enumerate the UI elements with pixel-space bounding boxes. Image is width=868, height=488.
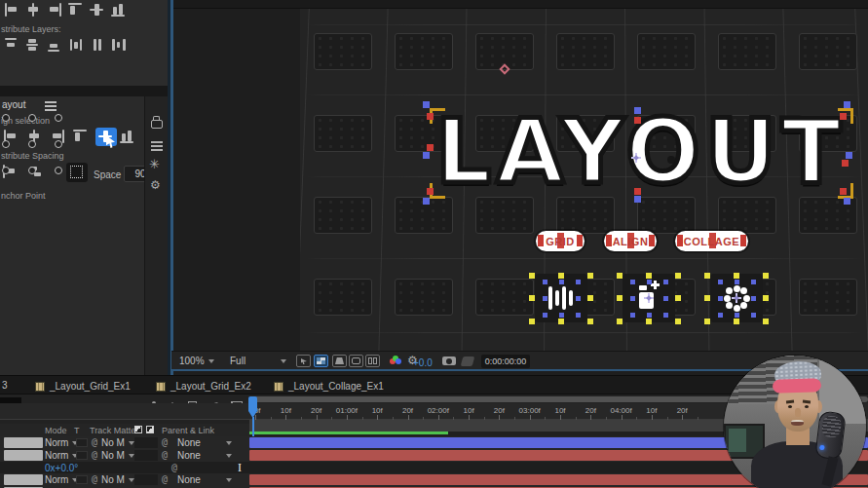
layer-name-selected[interactable] bbox=[4, 474, 43, 485]
anchor-point-radio[interactable] bbox=[55, 167, 62, 174]
viewer-icon[interactable] bbox=[332, 355, 347, 367]
align-layers-icon[interactable] bbox=[111, 3, 127, 18]
red-handle[interactable] bbox=[538, 235, 544, 246]
blue-handle[interactable] bbox=[718, 280, 723, 284]
red-handle[interactable] bbox=[649, 235, 655, 246]
mode-dropdown[interactable]: Norm bbox=[45, 450, 78, 461]
grid-button[interactable]: GRID bbox=[536, 231, 585, 251]
blue-handle[interactable] bbox=[844, 101, 850, 108]
anchor-point-radio[interactable] bbox=[55, 114, 62, 122]
yellow-handle[interactable] bbox=[587, 319, 593, 324]
layer-name-selected[interactable] bbox=[4, 450, 43, 461]
viewer-icon[interactable] bbox=[296, 355, 311, 367]
t-toggle[interactable] bbox=[76, 438, 88, 447]
matte-dropdown[interactable]: No M bbox=[101, 450, 134, 461]
tab-layout-grid-ex1[interactable]: _Layout_Grid_Ex1 bbox=[35, 379, 131, 394]
blue-handle[interactable] bbox=[663, 280, 668, 284]
blue-handle[interactable] bbox=[576, 280, 581, 284]
zoom-select[interactable]: 100% bbox=[179, 356, 214, 366]
selection-bounds-toggle[interactable] bbox=[66, 163, 88, 182]
mode-dropdown[interactable]: Norm bbox=[45, 474, 78, 485]
align-selection-button[interactable] bbox=[73, 130, 89, 144]
blue-handle[interactable] bbox=[751, 280, 756, 284]
t-toggle[interactable] bbox=[76, 451, 88, 460]
align-selection-button[interactable] bbox=[120, 130, 135, 144]
blue-handle[interactable] bbox=[844, 198, 850, 205]
tab-fragment[interactable]: 3 bbox=[2, 380, 8, 391]
blue-handle[interactable] bbox=[423, 198, 430, 205]
align-layers-icon[interactable] bbox=[4, 3, 19, 18]
blue-handle[interactable] bbox=[735, 313, 739, 318]
blue-handle[interactable] bbox=[543, 313, 547, 318]
blue-handle[interactable] bbox=[576, 296, 581, 301]
flower-icon[interactable]: ✳ bbox=[149, 157, 160, 171]
align-button[interactable]: ALIGN bbox=[604, 231, 657, 251]
yellow-handle[interactable] bbox=[529, 319, 535, 324]
blue-handle[interactable] bbox=[663, 296, 668, 301]
briefcase-icon[interactable] bbox=[151, 120, 163, 129]
blue-handle[interactable] bbox=[630, 280, 635, 284]
align-layers-icon[interactable] bbox=[47, 3, 62, 18]
pickwhip-icon[interactable]: @ bbox=[92, 436, 97, 447]
yellow-handle[interactable] bbox=[704, 273, 710, 279]
red-handle[interactable] bbox=[840, 113, 847, 120]
anchor-point-radio[interactable] bbox=[2, 167, 10, 174]
show-snapshot-icon[interactable] bbox=[461, 357, 475, 366]
red-handle[interactable] bbox=[634, 188, 641, 195]
yellow-handle[interactable] bbox=[646, 319, 652, 324]
red-handle[interactable] bbox=[840, 188, 847, 195]
exposure-value[interactable]: +0.0 bbox=[413, 357, 433, 368]
distribute-layers-icon[interactable] bbox=[4, 38, 19, 53]
parent-dropdown[interactable]: None bbox=[177, 437, 232, 448]
anchor-point-radio[interactable] bbox=[2, 114, 10, 122]
distribute-layers-icon[interactable] bbox=[25, 38, 41, 53]
blue-handle[interactable] bbox=[423, 152, 430, 159]
gear-icon[interactable]: ⚙ bbox=[150, 178, 161, 192]
align-layers-icon[interactable] bbox=[90, 3, 105, 18]
distribute-layers-icon[interactable] bbox=[47, 38, 62, 53]
rotation-value[interactable]: 0x+0.0° bbox=[45, 463, 78, 473]
property-pickwhip-icon[interactable]: @ bbox=[171, 462, 177, 472]
red-handle[interactable] bbox=[677, 235, 683, 246]
playhead-line[interactable] bbox=[252, 417, 254, 436]
yellow-handle[interactable] bbox=[529, 273, 535, 279]
yellow-handle[interactable] bbox=[734, 319, 739, 324]
pickwhip-icon[interactable]: @ bbox=[92, 449, 97, 460]
parent-pickwhip-icon[interactable]: @ bbox=[162, 449, 168, 460]
yellow-handle[interactable] bbox=[529, 295, 535, 301]
yellow-handle[interactable] bbox=[558, 273, 564, 279]
distribute-layers-icon[interactable] bbox=[111, 38, 127, 53]
panel-menu-icon[interactable] bbox=[45, 101, 57, 103]
blue-handle[interactable] bbox=[559, 280, 564, 284]
yellow-handle[interactable] bbox=[646, 273, 652, 279]
yellow-handle[interactable] bbox=[558, 319, 564, 324]
collage-button[interactable]: COLLAGE bbox=[675, 231, 748, 251]
resolution-select[interactable]: Full bbox=[230, 356, 286, 366]
align-selection-button-active[interactable] bbox=[95, 128, 117, 146]
yellow-handle[interactable] bbox=[617, 273, 623, 279]
col-parent-link[interactable]: Parent & Link bbox=[162, 426, 214, 435]
viewer-icon[interactable] bbox=[349, 355, 363, 367]
transparency-grid-icon-active[interactable] bbox=[314, 355, 328, 367]
blue-handle[interactable] bbox=[718, 296, 723, 301]
blue-handle[interactable] bbox=[576, 313, 581, 318]
anchor-point-radio[interactable] bbox=[28, 167, 36, 174]
blue-handle[interactable] bbox=[663, 313, 668, 318]
playhead-head[interactable] bbox=[248, 396, 257, 411]
t-toggle[interactable] bbox=[76, 475, 88, 484]
parent-pickwhip-icon[interactable]: @ bbox=[162, 473, 168, 484]
snapshot-camera-icon[interactable] bbox=[442, 357, 456, 365]
yellow-handle[interactable] bbox=[763, 319, 769, 324]
anchor-point-radio[interactable] bbox=[28, 140, 36, 148]
blue-handle[interactable] bbox=[846, 152, 852, 159]
channels-icon[interactable] bbox=[390, 356, 401, 367]
col-mode[interactable]: Mode bbox=[45, 426, 67, 435]
timecode-display[interactable]: 0:00:00:00 bbox=[481, 355, 530, 368]
align-layers-icon[interactable] bbox=[25, 3, 41, 18]
yellow-handle[interactable] bbox=[763, 295, 769, 301]
blue-handle[interactable] bbox=[630, 296, 635, 301]
tab-layout-grid-ex2[interactable]: _Layout_Grid_Ex2 bbox=[156, 379, 251, 394]
blue-handle[interactable] bbox=[718, 313, 723, 318]
layer-row-3[interactable]: Norm @ No M @ None bbox=[0, 473, 868, 486]
yellow-handle[interactable] bbox=[587, 273, 593, 279]
